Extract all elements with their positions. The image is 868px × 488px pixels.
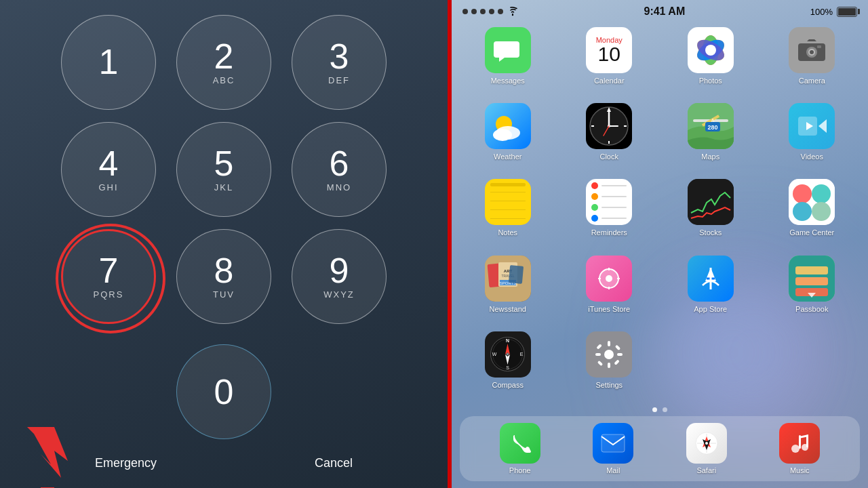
svg-text:W: W	[492, 352, 497, 357]
svg-marker-0	[27, 427, 68, 478]
signal-dot-3	[480, 9, 486, 14]
svg-point-43	[812, 202, 831, 221]
cancel-button[interactable]: Cancel	[308, 453, 359, 474]
app-newsstand[interactable]: ART TRAVEL SPORTS Newsstand	[457, 256, 559, 325]
svg-rect-75	[608, 363, 610, 368]
key-9[interactable]: 9 WXYZ	[292, 229, 387, 324]
key-2[interactable]: 2 ABC	[176, 15, 271, 110]
svg-rect-83	[601, 434, 625, 452]
app-passbook[interactable]: Passbook	[762, 256, 863, 325]
key-0[interactable]: 0	[176, 344, 271, 439]
signal-indicators	[462, 7, 519, 16]
battery-fill	[838, 8, 856, 16]
battery-bar	[837, 7, 857, 17]
svg-rect-77	[617, 353, 623, 356]
svg-text:E: E	[520, 352, 524, 357]
svg-point-41	[812, 184, 831, 203]
svg-point-73	[604, 350, 614, 359]
svg-point-89	[705, 442, 708, 445]
svg-rect-62	[795, 277, 828, 285]
dock-music[interactable]: Music	[779, 423, 820, 474]
svg-point-2	[512, 14, 513, 16]
svg-rect-74	[608, 341, 610, 346]
svg-marker-36	[818, 119, 827, 133]
svg-text:A: A	[711, 118, 714, 123]
app-reminders[interactable]: Reminders	[559, 179, 660, 248]
app-appstore[interactable]: App Store	[660, 256, 762, 325]
app-settings[interactable]: Settings	[559, 331, 660, 401]
signal-dot-2	[471, 9, 477, 14]
key-8[interactable]: 8 TUV	[176, 229, 271, 324]
svg-point-90	[791, 445, 800, 453]
svg-rect-80	[597, 361, 603, 366]
signal-dot-4	[489, 9, 494, 14]
svg-point-72	[507, 353, 509, 356]
battery-indicator: 100%	[810, 7, 857, 17]
svg-point-53	[606, 275, 612, 282]
app-maps[interactable]: 280 A Maps	[660, 103, 762, 172]
iphone-homescreen: 9:41 AM 100% Messages Monday 10 Calen	[452, 0, 868, 488]
key-4[interactable]: 4 GHI	[61, 122, 156, 217]
bottom-controls: Emergency Cancel	[81, 453, 366, 474]
key-7-highlighted[interactable]: 7 PQRS	[61, 229, 156, 324]
dock: Phone Mail	[460, 416, 860, 481]
app-itunes[interactable]: iTunes Store	[559, 256, 660, 325]
svg-point-18	[493, 129, 512, 141]
page-dot-2[interactable]	[663, 407, 667, 412]
svg-rect-51	[509, 265, 524, 284]
app-messages[interactable]: Messages	[457, 27, 559, 96]
page-dots	[452, 407, 868, 412]
keypad: 1 2 ABC 3 DEF 4 GHI 5 JKL 6 MNO 7 PQRS	[61, 15, 387, 324]
svg-rect-15	[817, 45, 821, 48]
svg-point-10	[705, 45, 716, 56]
signal-dot-1	[462, 9, 468, 14]
battery-percent: 100%	[810, 7, 833, 17]
app-game-center[interactable]: Game Center	[762, 179, 863, 248]
page-dot-1[interactable]	[652, 407, 657, 412]
svg-text:280: 280	[707, 124, 717, 131]
key-3[interactable]: 3 DEF	[292, 15, 387, 110]
svg-rect-78	[597, 344, 602, 349]
svg-text:N: N	[506, 338, 509, 343]
key-1[interactable]: 1	[61, 15, 156, 110]
status-bar: 9:41 AM 100%	[452, 0, 868, 20]
svg-rect-76	[595, 353, 601, 356]
app-clock[interactable]: Clock	[559, 103, 660, 172]
app-stocks[interactable]: Stocks	[660, 179, 762, 248]
passcode-screen: 1 2 ABC 3 DEF 4 GHI 5 JKL 6 MNO 7 PQRS	[0, 0, 448, 488]
key-5[interactable]: 5 JKL	[176, 122, 271, 217]
svg-point-40	[793, 184, 812, 203]
app-weather[interactable]: Weather	[457, 103, 559, 172]
app-calendar[interactable]: Monday 10 Calendar	[559, 27, 660, 96]
svg-rect-79	[615, 344, 620, 350]
app-compass[interactable]: N S E W Compass	[457, 331, 559, 401]
app-videos[interactable]: Videos	[762, 103, 863, 172]
dock-safari[interactable]: Safari	[686, 423, 727, 474]
svg-rect-93	[806, 435, 808, 447]
svg-rect-61	[795, 266, 828, 274]
app-notes[interactable]: Notes	[457, 179, 559, 248]
svg-rect-38	[688, 179, 734, 225]
app-grid: Messages Monday 10 Calendar	[452, 20, 868, 407]
status-time: 9:41 AM	[644, 5, 685, 18]
svg-text:S: S	[506, 365, 509, 370]
signal-dot-5	[498, 9, 503, 14]
app-photos[interactable]: Photos	[660, 27, 762, 96]
svg-point-42	[793, 202, 812, 221]
dock-phone[interactable]: Phone	[500, 423, 540, 474]
key-6[interactable]: 6 MNO	[292, 122, 387, 217]
key-zero-row: 0	[176, 344, 271, 439]
emergency-button[interactable]: Emergency	[88, 453, 163, 474]
svg-rect-81	[614, 359, 620, 365]
app-camera[interactable]: Camera	[762, 27, 863, 96]
svg-point-14	[810, 50, 814, 54]
dock-mail[interactable]: Mail	[593, 423, 633, 474]
wifi-icon	[507, 7, 519, 16]
